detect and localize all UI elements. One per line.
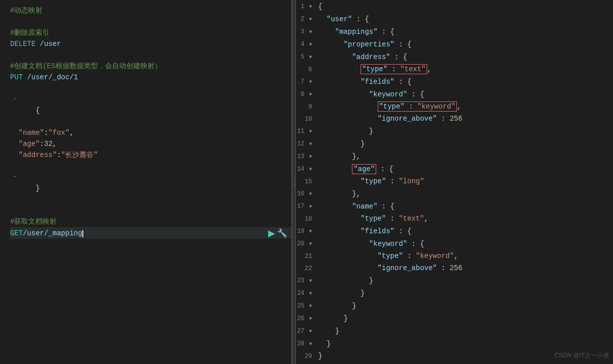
- line-num: 7 ▼: [296, 75, 316, 88]
- json-line-17: 17 ▼ "name" : {: [296, 200, 613, 213]
- json-line-15: 15 "type" : "long": [296, 175, 613, 187]
- json-code: }: [316, 137, 613, 150]
- json-line-8: 8 ▼ "keyword" : {: [296, 88, 613, 100]
- json-code: "fields" : {: [316, 225, 613, 237]
- panel-divider[interactable]: ⋮: [292, 0, 296, 364]
- right-panel: 1 ▼ { 2 ▼ "user" : { 3 ▼ "mappings" : { …: [296, 0, 613, 364]
- json-line-12: 12 ▼ }: [296, 137, 613, 150]
- code-line: "name":"fox",: [10, 127, 291, 138]
- http-path: /user: [35, 40, 61, 48]
- json-code: "type" : "long": [316, 175, 613, 187]
- fold-arrow[interactable]: ▼: [309, 42, 312, 47]
- line-num: 26 ▼: [296, 312, 316, 325]
- json-line-21: 21 "type" : "keyword",: [296, 250, 613, 262]
- json-code: "type" : "text",: [316, 63, 613, 75]
- json-code: "name" : {: [316, 200, 613, 213]
- cursor: [82, 230, 83, 237]
- json-code: "fields" : {: [316, 75, 613, 88]
- json-line-16: 16 ▼ },: [296, 187, 613, 200]
- json-line-25: 25 ▼ }: [296, 299, 613, 312]
- left-editor[interactable]: #动态映射 #删除原索引 DELETE /user #创建文档(ES根据数据类型…: [0, 0, 291, 364]
- code-line: "age":32,: [10, 138, 291, 149]
- json-line-3: 3 ▼ "mappings" : {: [296, 25, 613, 38]
- line-num: 4 ▼: [296, 38, 316, 50]
- json-line-5: 5 ▼ "address" : {: [296, 50, 613, 63]
- json-code: {: [316, 0, 613, 13]
- code-line: DELETE /user: [10, 38, 291, 49]
- comment-delete-index: #删除原索引: [10, 29, 49, 37]
- json-code: "ignore_above" : 256: [316, 262, 613, 274]
- settings-button[interactable]: 🔧: [277, 228, 287, 238]
- line-num: 14 ▼: [296, 163, 316, 175]
- code-line: #删除原索引: [10, 27, 291, 38]
- fold-arrow[interactable]: ▼: [309, 29, 312, 35]
- json-code: }: [316, 287, 613, 299]
- fold-arrow[interactable]: ▼: [309, 79, 312, 85]
- fold-arrow[interactable]: ▼: [309, 17, 312, 22]
- json-line-22: 22 "ignore_above" : 256: [296, 262, 613, 274]
- json-val-age: 32: [44, 140, 53, 148]
- line-num: 3 ▼: [296, 25, 316, 38]
- fold-arrow[interactable]: ▼: [309, 55, 312, 60]
- json-line-14: 14 ▼ "age" : {: [296, 163, 613, 175]
- close-brace: }: [35, 184, 39, 192]
- code-line: • {: [10, 83, 291, 127]
- line-num: 13 ▼: [296, 150, 316, 163]
- json-code: "type" : "keyword",: [316, 100, 613, 113]
- json-code: }: [316, 312, 613, 325]
- http-method-delete: DELETE: [10, 40, 35, 48]
- json-key-address: "address": [19, 151, 57, 159]
- json-line-10: 10 "ignore_above" : 256: [296, 113, 613, 125]
- comment-dynamic-mapping: #动态映射: [10, 7, 42, 15]
- json-line-1: 1 ▼ {: [296, 0, 613, 13]
- blank-line: [10, 49, 291, 61]
- json-code: "ignore_above" : 256: [316, 113, 613, 125]
- left-panel: #动态映射 #删除原索引 DELETE /user #创建文档(ES根据数据类型…: [0, 0, 292, 364]
- json-line-19: 19 ▼ "fields" : {: [296, 225, 613, 237]
- run-button[interactable]: ▶: [268, 229, 275, 238]
- line-num: 15: [296, 175, 316, 187]
- json-output[interactable]: 1 ▼ { 2 ▼ "user" : { 3 ▼ "mappings" : { …: [296, 0, 613, 364]
- http-path-get: /user/_mapping: [23, 229, 268, 237]
- code-line: "address":"长沙麓谷": [10, 149, 291, 161]
- line-num: 27 ▼: [296, 325, 316, 337]
- active-code-line[interactable]: GET /user/_mapping ▶ 🔧: [10, 227, 291, 239]
- fold-arrow[interactable]: ▼: [309, 4, 312, 10]
- http-method-put: PUT: [10, 73, 23, 81]
- code-line: #创建文档(ES根据数据类型，会自动创建映射）: [10, 61, 291, 72]
- highlight-age: "age": [352, 164, 376, 174]
- http-path-put: /user/_doc/1: [23, 73, 78, 81]
- highlight-type-text: "type" : "text": [361, 64, 427, 74]
- code-line: PUT /user/_doc/1: [10, 72, 291, 83]
- json-code: "mappings" : {: [316, 25, 613, 38]
- line-num: 19 ▼: [296, 225, 316, 237]
- dot-indicator: •: [13, 172, 16, 183]
- json-line-11: 11 ▼ }: [296, 125, 613, 137]
- json-line-28: 28 ▼ }: [296, 337, 613, 350]
- json-lines-table: 1 ▼ { 2 ▼ "user" : { 3 ▼ "mappings" : { …: [296, 0, 613, 362]
- json-line-9: 9 "type" : "keyword",: [296, 100, 613, 113]
- comment-get-mapping: #获取文档映射: [10, 218, 57, 226]
- line-num: 6: [296, 63, 316, 75]
- line-num: 2 ▼: [296, 13, 316, 25]
- http-method-get: GET: [10, 229, 23, 237]
- line-num: 20 ▼: [296, 237, 316, 250]
- json-line-20: 20 ▼ "keyword" : {: [296, 237, 613, 250]
- line-num: 12 ▼: [296, 137, 316, 150]
- line-num: 5 ▼: [296, 50, 316, 63]
- json-code: "keyword" : {: [316, 237, 613, 250]
- json-val-address: "长沙麓谷": [61, 151, 98, 159]
- json-code: }: [316, 274, 613, 287]
- line-num: 28 ▼: [296, 337, 316, 350]
- line-num: 23 ▼: [296, 274, 316, 287]
- json-line-6: 6 "type" : "text",: [296, 63, 613, 75]
- json-line-2: 2 ▼ "user" : {: [296, 13, 613, 25]
- line-num: 11 ▼: [296, 125, 316, 137]
- json-line-27: 27 ▼ }: [296, 325, 613, 337]
- line-num: 24 ▼: [296, 287, 316, 299]
- json-code: "keyword" : {: [316, 88, 613, 100]
- fold-arrow[interactable]: ▼: [309, 92, 312, 97]
- json-line-4: 4 ▼ "properties" : {: [296, 38, 613, 50]
- line-num: 25 ▼: [296, 299, 316, 312]
- blank-line: [10, 205, 291, 216]
